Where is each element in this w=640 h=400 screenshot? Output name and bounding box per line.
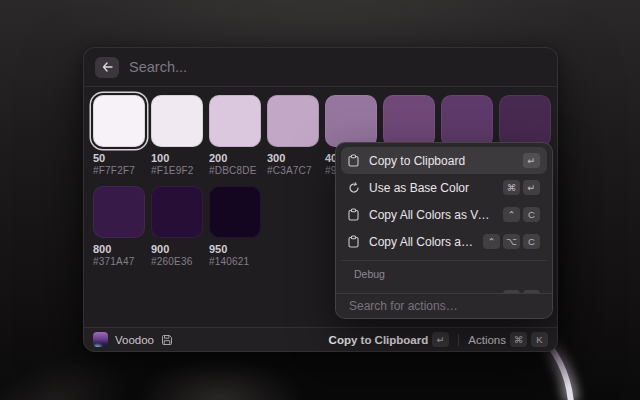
swatch-label: 100 bbox=[151, 152, 203, 165]
color-swatch-800[interactable] bbox=[93, 186, 145, 238]
actions-label: Actions bbox=[468, 334, 506, 346]
menu-item-shortcut: ↵ bbox=[523, 153, 540, 168]
search-bar bbox=[84, 48, 557, 87]
menu-section-debug: Debug bbox=[341, 265, 547, 284]
actions-menu-items: Copy to Clipboard ↵ Use as Base Color ⌘ … bbox=[336, 143, 552, 311]
menu-item-label: Copy All Colors as JSON bbox=[369, 235, 475, 249]
swatch-hex: #260E36 bbox=[151, 256, 203, 268]
voodoo-app-icon bbox=[93, 332, 108, 347]
palette-cell-50: 50 #F7F2F7 bbox=[93, 95, 145, 177]
clipboard-icon bbox=[348, 154, 361, 167]
palette-cell-200: 200 #DBC8DE bbox=[209, 95, 261, 177]
actions-search-input[interactable] bbox=[349, 299, 539, 313]
footer-separator bbox=[458, 334, 459, 346]
desktop-background: { "window": { "search_placeholder": "Sea… bbox=[0, 0, 640, 400]
app-name: Voodoo bbox=[115, 334, 154, 346]
menu-item-use-as-base-color[interactable]: Use as Base Color ⌘ ↵ bbox=[341, 174, 547, 201]
swatch-label: 300 bbox=[267, 152, 319, 165]
color-swatch-600[interactable] bbox=[441, 95, 493, 147]
rotate-icon bbox=[348, 182, 361, 194]
swatch-label: 200 bbox=[209, 152, 261, 165]
menu-divider bbox=[341, 260, 547, 261]
backdrop-glow bbox=[110, 345, 330, 400]
palette-cell-100: 100 #F1E9F2 bbox=[151, 95, 203, 177]
palette-cell-300: 300 #C3A7C7 bbox=[267, 95, 319, 177]
swatch-hex: #DBC8DE bbox=[209, 165, 261, 177]
swatch-hex: #140621 bbox=[209, 256, 261, 268]
actions-button[interactable]: Actions ⌘ K bbox=[468, 332, 548, 347]
back-button[interactable] bbox=[95, 57, 119, 78]
menu-item-shortcut: ⌃ C bbox=[503, 207, 540, 222]
k-key-badge: K bbox=[531, 332, 548, 347]
menu-item-copy-to-clipboard[interactable]: Copy to Clipboard ↵ bbox=[341, 147, 547, 174]
color-swatch-200[interactable] bbox=[209, 95, 261, 147]
primary-action-button[interactable]: Copy to Clipboard ↵ bbox=[329, 332, 450, 347]
color-swatch-50[interactable] bbox=[93, 95, 145, 147]
color-swatch-950[interactable] bbox=[209, 186, 261, 238]
swatch-hex: #C3A7C7 bbox=[267, 165, 319, 177]
color-swatch-500[interactable] bbox=[383, 95, 435, 147]
menu-item-label: Copy to Clipboard bbox=[369, 154, 515, 168]
menu-item-copy-all-variable-declarations[interactable]: Copy All Colors as Variable Declara… ⌃ C bbox=[341, 201, 547, 228]
window-footer: Voodoo Copy to Clipboard ↵ Actions ⌘ K bbox=[84, 327, 557, 351]
swatch-hex: #F1E9F2 bbox=[151, 165, 203, 177]
search-input[interactable] bbox=[129, 59, 546, 75]
back-arrow-icon bbox=[102, 62, 113, 72]
swatch-label: 50 bbox=[93, 152, 145, 165]
menu-item-shortcut: ⌘ ↵ bbox=[503, 180, 540, 195]
actions-search-bar bbox=[336, 293, 552, 318]
primary-action-label: Copy to Clipboard bbox=[329, 334, 429, 346]
swatch-label: 800 bbox=[93, 243, 145, 256]
cmd-key-badge: ⌘ bbox=[510, 332, 527, 347]
actions-menu: Copy to Clipboard ↵ Use as Base Color ⌘ … bbox=[335, 142, 553, 319]
swatch-hex: #371A47 bbox=[93, 256, 145, 268]
menu-item-label: Copy All Colors as Variable Declara… bbox=[369, 208, 495, 222]
clipboard-icon bbox=[348, 235, 361, 248]
swatch-label: 950 bbox=[209, 243, 261, 256]
palette-cell-950: 950 #140621 bbox=[209, 186, 261, 268]
menu-item-shortcut: ⌃ ⌥ C bbox=[483, 234, 540, 249]
swatch-hex: #F7F2F7 bbox=[93, 165, 145, 177]
palette-cell-900: 900 #260E36 bbox=[151, 186, 203, 268]
swatch-label: 900 bbox=[151, 243, 203, 256]
color-swatch-400[interactable] bbox=[325, 95, 377, 147]
menu-item-copy-all-json[interactable]: Copy All Colors as JSON ⌃ ⌥ C bbox=[341, 228, 547, 255]
color-swatch-700[interactable] bbox=[499, 95, 551, 147]
menu-item-label: Use as Base Color bbox=[369, 181, 495, 195]
save-icon bbox=[161, 334, 173, 346]
color-swatch-300[interactable] bbox=[267, 95, 319, 147]
palette-cell-800: 800 #371A47 bbox=[93, 186, 145, 268]
enter-key-badge: ↵ bbox=[432, 332, 449, 347]
clipboard-icon bbox=[348, 208, 361, 221]
color-swatch-900[interactable] bbox=[151, 186, 203, 238]
color-swatch-100[interactable] bbox=[151, 95, 203, 147]
